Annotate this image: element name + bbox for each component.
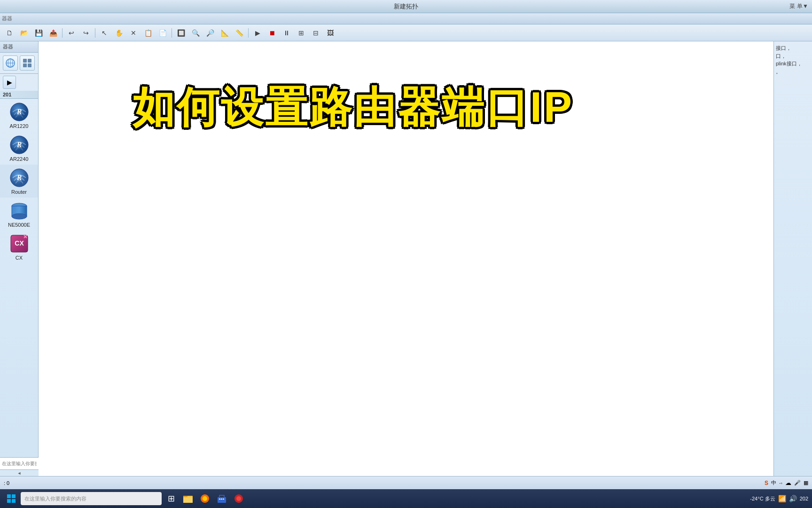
- overlay-title: 如何设置路由器端口IP: [133, 79, 574, 136]
- svg-text:CX: CX: [15, 239, 24, 247]
- taskbar: 在这里输入你要搜索的内容 ⊞ -: [0, 489, 812, 508]
- start-button[interactable]: [4, 491, 19, 506]
- menu-item-2[interactable]: 单▼: [797, 2, 808, 10]
- toolbar-undo[interactable]: ↩: [65, 27, 78, 39]
- weather-temp: -24°C 多云: [750, 495, 775, 502]
- toolbar-image[interactable]: 🖼: [324, 27, 337, 39]
- toolbar-stop[interactable]: ⏹: [265, 27, 279, 39]
- svg-point-35: [236, 496, 241, 501]
- taskbar-search[interactable]: 在这里输入你要搜索的内容: [21, 492, 162, 505]
- browser-button[interactable]: [197, 491, 212, 506]
- router-icon: R: [9, 167, 30, 188]
- toolbar-save[interactable]: 💾: [32, 27, 45, 39]
- clock: 202: [800, 496, 808, 501]
- svg-text:R: R: [16, 174, 22, 182]
- ime-mode[interactable]: 中: [771, 479, 776, 486]
- svg-rect-22: [12, 494, 16, 498]
- svg-rect-26: [183, 497, 193, 503]
- sidebar: 器器 ▶ 201: [0, 41, 39, 495]
- toolbar-export[interactable]: 📤: [47, 27, 60, 39]
- toolbar-zoom-in[interactable]: 🔍: [189, 27, 202, 39]
- sidebar-top-icons: [0, 53, 38, 74]
- svg-point-16: [12, 214, 27, 219]
- toolbar: 🗋 📂 💾 📤 ↩ ↪ ↖ ✋ ✕ 📋 📄 🔲 🔍 🔎 📐 📏 ▶ ⏹ ⏸ ⊞ …: [0, 24, 812, 41]
- svg-rect-23: [7, 499, 11, 503]
- ar2240-icon: R: [9, 135, 30, 155]
- mic-icon: 🎤: [794, 480, 801, 486]
- sidebar-item-router[interactable]: R Router: [0, 165, 38, 198]
- sidebar-grid-icon[interactable]: [20, 56, 35, 71]
- sidebar-header: 器器: [0, 41, 38, 53]
- svg-rect-33: [223, 499, 224, 500]
- svg-rect-31: [219, 499, 220, 500]
- toolbar-hand[interactable]: ✋: [112, 27, 125, 39]
- svg-rect-5: [28, 59, 31, 63]
- network-icon: 📶: [778, 495, 786, 502]
- svg-text:R: R: [16, 108, 22, 116]
- window-title: 新建拓扑: [394, 2, 418, 11]
- record-button[interactable]: [231, 491, 246, 506]
- svg-rect-7: [28, 64, 31, 67]
- network-tool-button[interactable]: [214, 491, 229, 506]
- ar2240-label: AR2240: [10, 156, 29, 162]
- sidebar-search-input[interactable]: [2, 461, 37, 466]
- task-view-button[interactable]: ⊞: [164, 491, 179, 506]
- svg-rect-6: [23, 64, 27, 67]
- ar1220-label: AR1220: [10, 123, 29, 129]
- window-controls: 菜 单▼: [789, 2, 808, 10]
- volume-icon: 🔊: [789, 495, 797, 502]
- toolbar-zoom-out[interactable]: 🔎: [203, 27, 217, 39]
- toolbar-fit[interactable]: 📐: [218, 27, 231, 39]
- toolbar-resize[interactable]: ⊞: [295, 27, 308, 39]
- toolbar-rect[interactable]: 🔲: [174, 27, 187, 39]
- ne5000e-icon: [9, 200, 30, 221]
- ime-dot1: ·◦: [779, 480, 782, 486]
- toolbar-shrink[interactable]: ⊟: [309, 27, 322, 39]
- toolbar-paste[interactable]: 📄: [156, 27, 169, 39]
- menu-bar: 器器: [0, 13, 812, 24]
- toolbar-sep-4: [248, 28, 249, 38]
- ar1220-icon: R: [9, 102, 30, 122]
- taskbar-right: -24°C 多云 📶 🔊 202: [750, 495, 808, 502]
- menu-label: 器器: [2, 15, 12, 22]
- keyboard-icon: ▦: [804, 480, 808, 486]
- desc-panel: 接口， 口， plink接口， 。: [773, 41, 812, 495]
- toolbar-select[interactable]: ↖: [98, 27, 111, 39]
- file-manager-button[interactable]: [180, 491, 195, 506]
- sidebar-section: 201: [0, 91, 38, 99]
- toolbar-play[interactable]: ▶: [251, 27, 264, 39]
- status-bar: : 0 S 中 ·◦ ☁ 🎤 ▦: [0, 476, 812, 489]
- sidebar-item-cx[interactable]: CX CX: [0, 230, 38, 263]
- status-left: : 0: [4, 480, 9, 486]
- status-right: S 中 ·◦ ☁ 🎤 ▦: [765, 479, 808, 486]
- cx-label: CX: [16, 255, 23, 261]
- sidebar-item-ar1220[interactable]: R AR1220: [0, 99, 38, 132]
- cloud-icon: ☁: [785, 479, 791, 486]
- sidebar-item-ar2240[interactable]: R AR2240: [0, 132, 38, 165]
- canvas-area[interactable]: 如何设置路由器端口IP: [39, 41, 773, 495]
- desc-line-4: 。: [776, 68, 810, 76]
- sidebar-expand-btn[interactable]: ▶: [3, 76, 16, 89]
- svg-rect-4: [23, 59, 27, 63]
- taskbar-search-placeholder: 在这里输入你要搜索的内容: [24, 495, 86, 502]
- desc-line-2: 口，: [776, 52, 810, 60]
- toolbar-delete[interactable]: ✕: [127, 27, 140, 39]
- toolbar-pause[interactable]: ⏸: [280, 27, 293, 39]
- svg-rect-30: [218, 497, 226, 503]
- toolbar-redo[interactable]: ↪: [79, 27, 93, 39]
- sidebar-search[interactable]: [0, 457, 39, 469]
- main-layout: 器器 ▶ 201: [0, 41, 812, 495]
- desc-line-1: 接口，: [776, 44, 810, 52]
- ne5000e-label: NE5000E: [8, 222, 30, 228]
- ime-indicator[interactable]: S: [765, 480, 768, 486]
- toolbar-new[interactable]: 🗋: [3, 27, 16, 39]
- sidebar-item-ne5000e[interactable]: NE5000E: [0, 198, 38, 230]
- scroll-hint-text: ◄: [17, 471, 22, 476]
- toolbar-open[interactable]: 📂: [17, 27, 31, 39]
- title-bar: 新建拓扑 菜 单▼: [0, 0, 812, 13]
- desc-line-3: plink接口，: [776, 60, 810, 68]
- sidebar-scroll-indicator: ◄: [0, 469, 39, 476]
- toolbar-copy[interactable]: 📋: [141, 27, 155, 39]
- sidebar-network-icon[interactable]: [3, 56, 18, 71]
- toolbar-measure[interactable]: 📏: [233, 27, 246, 39]
